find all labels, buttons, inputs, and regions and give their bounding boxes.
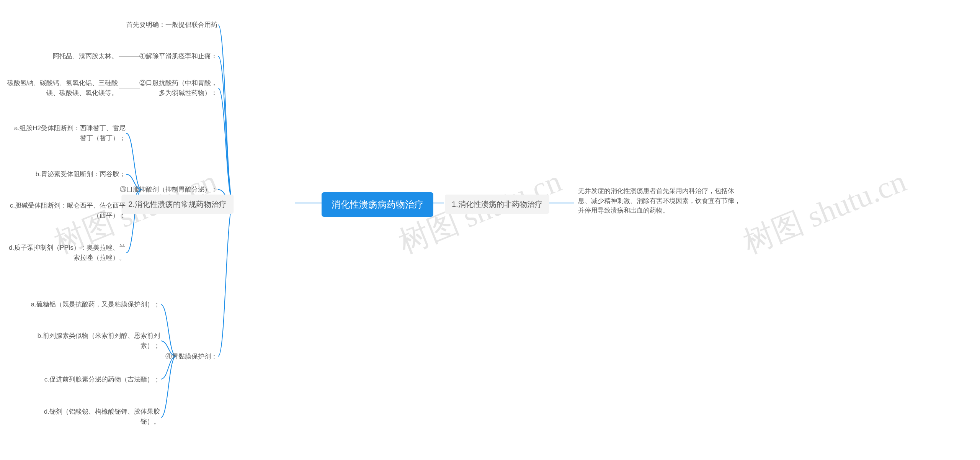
root-node[interactable]: 消化性溃疡病药物治疗 xyxy=(322,192,433,217)
branch-non-drug[interactable]: 1.消化性溃疡的非药物治疗 xyxy=(445,195,549,214)
leaf-non-drug-detail: 无并发症的消化性溃疡患者首先采用内科治疗，包括休息、减少精神刺激、消除有害环境因… xyxy=(578,186,746,216)
leaf-antispasmodic-drugs: 阿托品、溴丙胺太林。 xyxy=(53,51,118,61)
node-acid-suppressant[interactable]: ③口服抑酸剂（抑制胃酸分泌）： xyxy=(120,185,217,195)
node-combined-medication[interactable]: 首先要明确：一般提倡联合用药 xyxy=(126,20,217,30)
leaf-prostaglandin-analog: b.前列腺素类似物（米索前列醇、恩索前列素）； xyxy=(30,331,160,350)
watermark: 树图 shutu.cn xyxy=(737,161,912,264)
leaf-sucralfate: a.硫糖铝（既是抗酸药，又是粘膜保护剂）； xyxy=(31,300,160,309)
node-mucosal-protectant[interactable]: ④胃黏膜保护剂： xyxy=(165,352,217,362)
branch-drug[interactable]: 2.消化性溃疡的常规药物治疗 xyxy=(121,195,234,214)
leaf-prostaglandin-promoter: c.促进前列腺素分泌的药物（吉法酯）； xyxy=(44,375,160,385)
leaf-antacid-drugs: 碳酸氢钠、碳酸钙、氢氧化铝、三硅酸镁、碳酸镁、氧化镁等。 xyxy=(3,78,118,98)
leaf-choline-blocker: c.胆碱受体阻断剂：哌仑西平、佐仑西平（西平）； xyxy=(7,201,126,220)
connector-layer xyxy=(0,0,980,460)
leaf-gastrin-blocker: b.胃泌素受体阻断剂：丙谷胺； xyxy=(36,169,126,179)
leaf-ppi: d.质子泵抑制剂（PPIs）：奥美拉唑、兰索拉唑（拉唑）。 xyxy=(7,243,126,262)
leaf-h2-blocker: a.组胺H2受体阻断剂：西咪替丁、雷尼替丁（替丁）； xyxy=(11,123,126,143)
node-antispasmodic[interactable]: ①解除平滑肌痉挛和止痛： xyxy=(139,51,217,61)
leaf-bismuth: d.铋剂（铝酸铋、枸橼酸铋钾、胶体果胶铋）。 xyxy=(30,407,160,426)
node-antacid[interactable]: ②口服抗酸药（中和胃酸，多为弱碱性药物）： xyxy=(137,78,217,98)
